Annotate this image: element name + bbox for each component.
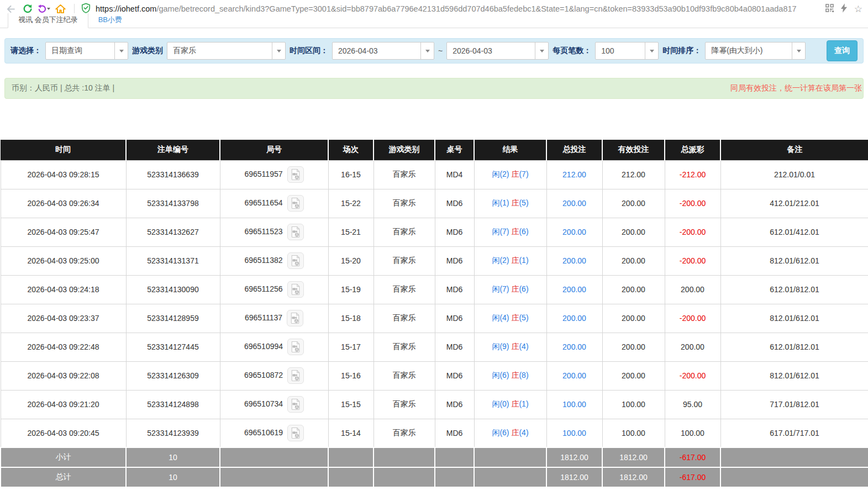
date-to-select[interactable]: 2026-04-03 <box>446 42 549 60</box>
tab-bet-records[interactable]: 视讯 会员下注纪录 <box>8 13 88 28</box>
chevron-down-icon[interactable] <box>114 43 128 59</box>
round-number: 696510619 <box>244 428 283 436</box>
bet-id-cell: 523314126309 <box>126 361 220 390</box>
remark-cell: 717.01/812.01 <box>720 390 868 419</box>
game-type-cell: 百家乐 <box>373 390 435 419</box>
result-cell: 闲(7) 庄(6) <box>474 275 546 304</box>
chevron-down-icon[interactable] <box>645 43 658 59</box>
total-bet-cell[interactable]: 200.00 <box>546 304 602 333</box>
video-replay-icon[interactable] <box>287 310 303 326</box>
valid-bet-cell: 200.00 <box>602 275 665 304</box>
remark-cell: 612.01/812.01 <box>720 275 868 304</box>
table-row: 2026-04-03 09:24:18 523314130090 6965112… <box>1 275 868 304</box>
result-player: 闲(6) <box>492 428 509 437</box>
column-header: 注单编号 <box>126 140 220 160</box>
empty-cell <box>373 447 435 467</box>
sort-order-select[interactable]: 降幂(由大到小) <box>705 42 806 60</box>
total-bet-cell[interactable]: 212.00 <box>546 160 602 189</box>
result-cell: 闲(6) 庄(8) <box>474 361 546 390</box>
chevron-down-icon[interactable] <box>535 43 548 59</box>
table-code-cell: MD6 <box>435 333 474 361</box>
result-cell: 闲(6) 庄(4) <box>474 419 546 447</box>
total-bet-cell[interactable]: 200.00 <box>546 275 602 304</box>
total-bet-cell[interactable]: 200.00 <box>546 246 602 275</box>
payout-cell: 200.00 <box>665 333 720 361</box>
empty-cell <box>373 467 435 487</box>
empty-cell <box>474 447 546 467</box>
result-player: 闲(7) <box>492 227 509 236</box>
total-bet-cell[interactable]: 200.00 <box>546 218 602 246</box>
filter-bar: 请选择： 日期查询 游戏类别 百家乐 时间区间： 2026-04-03 ~ 20… <box>4 38 864 64</box>
total-bet-cell[interactable]: 200.00 <box>546 333 602 361</box>
video-replay-icon[interactable] <box>287 166 304 183</box>
video-replay-icon[interactable] <box>287 281 304 298</box>
address-bar[interactable]: https://iohetf.com/game/betrecord_search… <box>81 3 818 15</box>
time-cell: 2026-04-03 09:21:20 <box>1 390 126 419</box>
result-player: 闲(1) <box>492 198 509 207</box>
bet-id-cell: 523314136639 <box>126 160 220 189</box>
table-row: 2026-04-03 09:21:20 523314124898 6965107… <box>1 390 868 419</box>
result-banker-count: (4) <box>519 428 528 437</box>
video-replay-icon[interactable] <box>287 224 304 240</box>
result-player: 闲(9) <box>492 342 509 351</box>
chevron-down-icon[interactable] <box>420 43 434 59</box>
round-cell: 696510734 <box>220 390 328 419</box>
round-cell: 696510994 <box>220 333 328 361</box>
time-cell: 2026-04-03 09:23:37 <box>1 304 126 333</box>
video-replay-icon[interactable] <box>287 252 304 269</box>
sort-order-label: 时间排序： <box>662 46 701 56</box>
remark-cell: 212.01/0.01 <box>720 160 868 189</box>
query-type-select[interactable]: 日期查询 <box>45 42 128 60</box>
valid-bet-cell: 100.00 <box>602 390 665 419</box>
result-cell: 闲(7) 庄(6) <box>474 218 546 246</box>
table-code-cell: MD6 <box>435 218 474 246</box>
bookmark-star-icon[interactable]: ☆ <box>854 4 862 14</box>
chevron-down-icon[interactable] <box>272 43 285 59</box>
total-bet-cell[interactable]: 100.00 <box>546 419 602 447</box>
video-replay-icon[interactable] <box>287 339 304 355</box>
round-number: 696511382 <box>244 256 282 265</box>
result-cell: 闲(2) 庄(1) <box>474 246 546 275</box>
table-code-cell: MD6 <box>435 275 474 304</box>
remark-cell: 617.01/717.01 <box>720 419 868 447</box>
chevron-down-icon[interactable] <box>792 43 805 59</box>
date-from-value: 2026-04-03 <box>333 43 420 59</box>
url-text[interactable]: https://iohetf.com/game/betrecord_search… <box>96 4 797 13</box>
total-bet-cell[interactable]: 100.00 <box>546 390 602 419</box>
remark-cell: 812.01/612.01 <box>720 361 868 390</box>
video-replay-icon[interactable] <box>287 195 304 212</box>
game-category-select[interactable]: 百家乐 <box>167 42 286 60</box>
table-code-cell: MD6 <box>435 419 474 447</box>
date-from-select[interactable]: 2026-04-03 <box>332 42 434 60</box>
result-banker-count: (6) <box>519 227 528 236</box>
video-replay-icon[interactable] <box>287 396 304 413</box>
round-number: 696511654 <box>244 198 282 207</box>
search-button[interactable]: 查询 <box>827 40 858 61</box>
summary-notice-bar: 币别：人民币 | 总共 :10 注单 | 同局有效投注，统一计算在该局第一张 <box>4 78 864 99</box>
page-size-select[interactable]: 100 <box>595 42 659 60</box>
video-replay-icon[interactable] <box>287 425 304 441</box>
result-banker-count: (1) <box>519 399 528 408</box>
qr-code-icon[interactable] <box>825 4 834 14</box>
video-replay-icon[interactable] <box>287 367 304 384</box>
total-bet-cell[interactable]: 200.00 <box>546 361 602 390</box>
time-cell: 2026-04-03 09:25:00 <box>1 246 126 275</box>
game-type-cell: 百家乐 <box>373 246 435 275</box>
empty-cell <box>435 467 474 487</box>
total-bet-cell[interactable]: 200.00 <box>546 189 602 218</box>
tab-bb-tip[interactable]: BB小费 <box>88 13 132 28</box>
round-cell: 696511523 <box>220 218 328 246</box>
result-player: 闲(2) <box>492 170 509 178</box>
undo-history-icon[interactable] <box>38 4 50 13</box>
query-type-value: 日期查询 <box>46 43 114 59</box>
result-banker-count: (5) <box>519 198 528 207</box>
lightning-icon[interactable] <box>840 3 848 15</box>
round-cell: 696511654 <box>220 189 328 218</box>
round-number: 696510734 <box>244 399 283 408</box>
column-header: 结果 <box>474 140 546 160</box>
column-header: 总派彩 <box>665 140 720 160</box>
result-banker: 庄 <box>511 399 519 408</box>
remark-cell: 412.01/212.01 <box>720 189 868 218</box>
undo-dropdown-caret[interactable] <box>47 8 50 10</box>
time-cell: 2026-04-03 09:20:45 <box>1 419 126 447</box>
